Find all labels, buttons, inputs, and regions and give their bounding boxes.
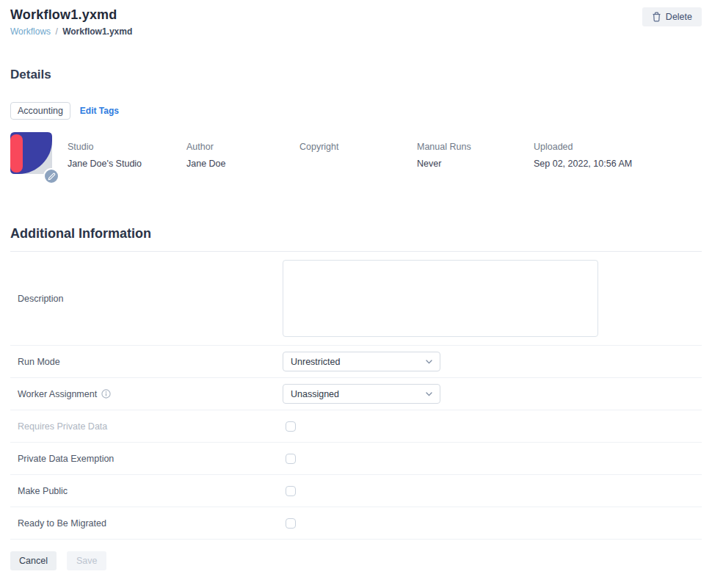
chevron-down-icon [426, 392, 432, 396]
make-public-label: Make Public [10, 486, 283, 496]
delete-button[interactable]: Delete [642, 7, 702, 26]
worker-assignment-label: Worker Assignment [10, 389, 283, 399]
make-public-row: Make Public [10, 475, 702, 507]
private-data-exemption-label: Private Data Exemption [10, 454, 283, 464]
requires-private-data-label: Requires Private Data [10, 421, 283, 432]
additional-info-heading: Additional Information [10, 226, 702, 242]
workflow-summary: Studio Jane Doe's Studio Author Jane Doe… [10, 132, 702, 174]
form-footer: Cancel Save [10, 551, 702, 570]
delete-button-label: Delete [666, 12, 692, 22]
run-mode-select[interactable]: Unrestricted [283, 352, 440, 371]
additional-info-form: Description Run Mode Unrestricted Worker… [10, 251, 702, 540]
workflow-thumbnail [10, 132, 52, 174]
field-manual-runs: Manual Runs Never [417, 142, 534, 174]
edit-tags-link[interactable]: Edit Tags [80, 106, 119, 116]
save-button[interactable]: Save [67, 551, 107, 570]
field-value: Jane Doe's Studio [68, 159, 186, 170]
breadcrumb-workflows-link[interactable]: Workflows [10, 26, 51, 37]
cancel-button[interactable]: Cancel [10, 551, 57, 570]
breadcrumb-separator: / [55, 26, 57, 37]
make-public-checkbox[interactable] [286, 486, 296, 496]
breadcrumb-current: Workflow1.yxmd [62, 26, 132, 37]
field-value: Never [417, 159, 534, 170]
page-title: Workflow1.yxmd [10, 7, 132, 23]
worker-assignment-label-text: Worker Assignment [18, 389, 97, 399]
chevron-down-icon [426, 360, 432, 364]
field-label: Studio [68, 142, 186, 152]
run-mode-value: Unrestricted [291, 357, 340, 367]
field-label: Author [186, 142, 299, 152]
header-text: Workflow1.yxmd Workflows / Workflow1.yxm… [10, 7, 132, 37]
ready-to-be-migrated-row: Ready to Be Migrated [10, 507, 702, 540]
info-icon[interactable] [101, 389, 111, 399]
details-heading: Details [10, 68, 702, 82]
worker-assignment-value: Unassigned [291, 389, 339, 399]
workflow-fields: Studio Jane Doe's Studio Author Jane Doe… [68, 132, 632, 174]
tag-chip[interactable]: Accounting [10, 102, 70, 120]
field-value [299, 159, 417, 170]
workflow-detail-page: Workflow1.yxmd Workflows / Workflow1.yxm… [0, 0, 712, 588]
ready-to-be-migrated-label: Ready to Be Migrated [10, 518, 283, 529]
run-mode-row: Run Mode Unrestricted [10, 346, 702, 378]
trash-icon [652, 12, 661, 22]
worker-assignment-row: Worker Assignment Unassigned [10, 378, 702, 410]
field-copyright: Copyright [299, 142, 417, 174]
breadcrumb: Workflows / Workflow1.yxmd [10, 26, 132, 37]
pencil-icon [48, 173, 56, 181]
description-input[interactable] [283, 260, 598, 337]
field-uploaded: Uploaded Sep 02, 2022, 10:56 AM [534, 142, 632, 174]
workflow-icon [10, 132, 52, 174]
field-label: Uploaded [534, 142, 632, 152]
field-author: Author Jane Doe [186, 142, 299, 174]
field-label: Copyright [299, 142, 417, 152]
ready-to-be-migrated-checkbox[interactable] [286, 518, 296, 529]
private-data-exemption-checkbox[interactable] [286, 454, 296, 464]
requires-private-data-checkbox[interactable] [286, 421, 296, 432]
run-mode-label: Run Mode [10, 357, 283, 367]
description-row: Description [10, 252, 702, 346]
requires-private-data-row: Requires Private Data [10, 410, 702, 443]
page-header: Workflow1.yxmd Workflows / Workflow1.yxm… [10, 0, 702, 37]
field-value: Sep 02, 2022, 10:56 AM [534, 159, 632, 170]
field-studio: Studio Jane Doe's Studio [68, 142, 186, 174]
description-label: Description [10, 294, 283, 304]
edit-thumbnail-button[interactable] [43, 168, 59, 184]
worker-assignment-select[interactable]: Unassigned [283, 384, 440, 404]
field-value: Jane Doe [186, 159, 299, 170]
tags-row: Accounting Edit Tags [10, 102, 702, 120]
field-label: Manual Runs [417, 142, 534, 152]
private-data-exemption-row: Private Data Exemption [10, 443, 702, 475]
